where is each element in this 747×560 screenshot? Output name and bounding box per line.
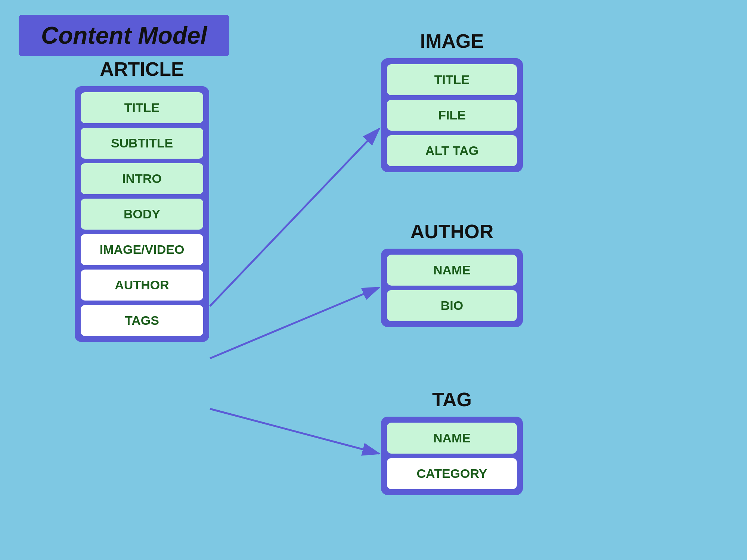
image-card-container: TITLE FILE ALT TAG	[381, 58, 523, 172]
tag-card-container: NAME CATEGORY	[381, 417, 523, 495]
tag-name-card: NAME	[387, 423, 517, 454]
article-intro-card: INTRO	[81, 163, 203, 194]
image-file-card: FILE	[387, 100, 517, 131]
page-title-box: Content Model	[19, 15, 229, 56]
author-name-card: NAME	[387, 255, 517, 286]
author-bio-card: BIO	[387, 290, 517, 321]
arrow-image-video-to-image	[210, 129, 379, 306]
image-alt-tag-card: ALT TAG	[387, 135, 517, 166]
tag-section: TAG NAME CATEGORY	[381, 388, 523, 495]
article-title-card: TITLE	[81, 92, 203, 123]
tag-category-card: CATEGORY	[387, 458, 517, 489]
image-title-card: TITLE	[387, 64, 517, 95]
article-section: ARTICLE TITLE SUBTITLE INTRO BODY IMAGE/…	[75, 58, 209, 342]
article-subtitle-card: SUBTITLE	[81, 128, 203, 159]
image-section: IMAGE TITLE FILE ALT TAG	[381, 30, 523, 172]
author-section: AUTHOR NAME BIO	[381, 220, 523, 327]
article-card-container: TITLE SUBTITLE INTRO BODY IMAGE/VIDEO AU…	[75, 86, 209, 342]
author-card-container: NAME BIO	[381, 249, 523, 327]
author-label: AUTHOR	[381, 220, 523, 243]
page-title: Content Model	[41, 22, 207, 49]
article-image-video-card: IMAGE/VIDEO	[81, 234, 203, 265]
article-tags-card: TAGS	[81, 305, 203, 336]
image-label: IMAGE	[381, 30, 523, 52]
article-body-card: BODY	[81, 199, 203, 230]
article-author-card: AUTHOR	[81, 270, 203, 301]
article-label: ARTICLE	[75, 58, 209, 80]
arrow-tags-to-tag	[210, 409, 379, 454]
arrow-author-to-author	[210, 287, 379, 358]
tag-label: TAG	[381, 388, 523, 411]
